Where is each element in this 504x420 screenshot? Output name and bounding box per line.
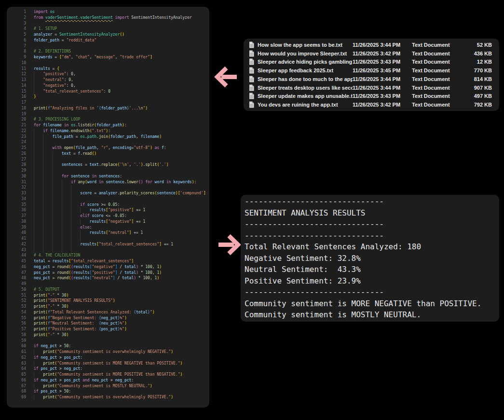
file-row[interactable]: Sleeper app feedback 2025.txt11/26/2025 …: [244, 66, 499, 75]
code-line: 4# 1. SETUP: [7, 26, 209, 32]
indent-guide: [43, 162, 52, 168]
terminal-output-line: ------------------------------: [245, 286, 495, 298]
code-token: ,: [150, 276, 155, 280]
code-token: join: [99, 135, 108, 139]
indent-guide: [34, 162, 43, 168]
code-line: 19: [7, 111, 209, 117]
line-number: 49: [7, 281, 26, 287]
indent-guide: [53, 230, 62, 236]
code-text: "total_relevant_sentences": 0: [34, 89, 110, 95]
code-token: :: [80, 366, 82, 371]
code-token: print: [43, 350, 54, 354]
line-number: 39: [7, 225, 26, 230]
code-text: [34, 196, 80, 202]
indent-guide: [34, 151, 43, 157]
file-row[interactable]: Sleeper treats desktop users like second…: [244, 83, 499, 92]
code-text: "neutral": 0,: [34, 77, 73, 83]
line-number: 17: [7, 100, 26, 106]
code-editor-panel: 1import os2from vaderSentiment.vaderSent…: [7, 7, 209, 407]
code-token: ,: [136, 135, 141, 139]
code-text: print("Community sentiment is MOSTLY NEU…: [34, 383, 152, 389]
code-token: %": [120, 321, 124, 325]
code-token: =: [50, 276, 57, 280]
line-number: 44: [7, 253, 26, 258]
line-number: 40: [7, 230, 26, 236]
code-text: print(f"Analyzing files in '{folder_path…: [34, 106, 148, 111]
file-row[interactable]: You devs are ruining the app.txt11/26/20…: [244, 100, 499, 109]
indent-guide: [80, 219, 89, 225]
line-number: 43: [7, 247, 26, 253]
code-token: open: [64, 146, 73, 150]
line-number: 69: [7, 394, 26, 400]
file-row[interactable]: Sleeper update makes app unusable.txt11/…: [244, 92, 499, 101]
code-token: pos_pct: [64, 378, 81, 382]
code-token: results: [34, 67, 50, 71]
code-token: if: [34, 366, 39, 371]
code-token: "positive": [43, 72, 66, 76]
file-date-modified: 11/26/2025 3:44 PM: [353, 85, 412, 91]
code-token: \n: [122, 163, 127, 167]
line-number: 12: [7, 71, 26, 77]
line-number: 9: [7, 54, 26, 60]
line-number: 61: [7, 349, 26, 355]
code-token: ): [171, 350, 173, 354]
file-date-modified: 11/26/2025 3:42 PM: [353, 102, 412, 108]
indent-guide: [62, 242, 71, 247]
code-line: 30for sentence in sentences:: [7, 174, 209, 179]
indent-guide: [53, 247, 62, 253]
code-token: *: [54, 293, 61, 298]
code-line: 54print(f"Total Relevant Sentences Analy…: [7, 310, 209, 315]
indent-guide: [34, 128, 43, 134]
text-document-icon: [249, 67, 254, 74]
line-number: 1: [7, 9, 26, 15]
indent-guide: [34, 207, 43, 213]
indent-guide: [43, 230, 52, 236]
indent-guide: [34, 134, 43, 140]
code-token: >: [108, 378, 115, 382]
indent-guide: [53, 157, 62, 163]
code-text: neg_pct = round((results["negative"] / t…: [34, 264, 162, 270]
code-token: :: [68, 389, 71, 393]
code-token: score: [87, 203, 99, 207]
code-token: '.': [134, 163, 140, 167]
code-token: sentence: [157, 191, 176, 195]
code-text: print("-" * 30): [34, 304, 68, 310]
code-token: read: [82, 151, 92, 156]
line-number: 65: [7, 372, 26, 378]
line-number: 21: [7, 122, 26, 128]
code-line: 38results["negative"] += 1: [7, 219, 209, 225]
code-token: word: [87, 180, 96, 184]
code-token: os: [80, 135, 85, 139]
file-row[interactable]: How would you improve Sleeper.txt11/26/2…: [244, 49, 499, 58]
indent-guide: [71, 230, 80, 236]
code-token: ,: [152, 265, 157, 269]
terminal-output-line: Positive Sentiment: 23.9%: [245, 275, 495, 287]
file-type: Text Document: [412, 102, 470, 108]
code-token: any: [78, 180, 85, 184]
file-row[interactable]: How slow the app seems to be.txt11/26/20…: [244, 41, 499, 49]
indent-guide: [43, 202, 52, 208]
code-token: "Positive Sentiment:: [50, 327, 99, 331]
code-text: print("Community sentiment is overwhelmi…: [34, 349, 173, 355]
code-token: encoding: [113, 146, 132, 150]
code-token: word: [155, 180, 164, 184]
code-token: "Negative Sentiment:: [50, 316, 99, 320]
line-number: 26: [7, 151, 26, 157]
terminal-output-line: ------------------------------: [245, 196, 495, 207]
line-number: 66: [7, 378, 26, 383]
line-number: 67: [7, 383, 26, 389]
code-token: total: [124, 265, 136, 269]
code-token: results: [90, 208, 106, 212]
file-row[interactable]: Sleeper advice hiding picks gambling inf…: [244, 58, 499, 67]
code-token: from: [34, 15, 43, 20]
code-token: :: [104, 89, 109, 94]
code-token: *: [54, 333, 61, 337]
indent-guide: [34, 394, 43, 400]
code-token: keywords: [34, 55, 53, 59]
code-token: ): [124, 316, 127, 320]
indent-guide: [34, 139, 43, 145]
file-row[interactable]: Sleeper has done too much to the app.txt…: [244, 75, 499, 83]
code-token: total: [34, 259, 45, 263]
code-text: score = analyzer.polarity_scores(sentenc…: [34, 190, 206, 196]
indent-guide: [43, 174, 52, 179]
